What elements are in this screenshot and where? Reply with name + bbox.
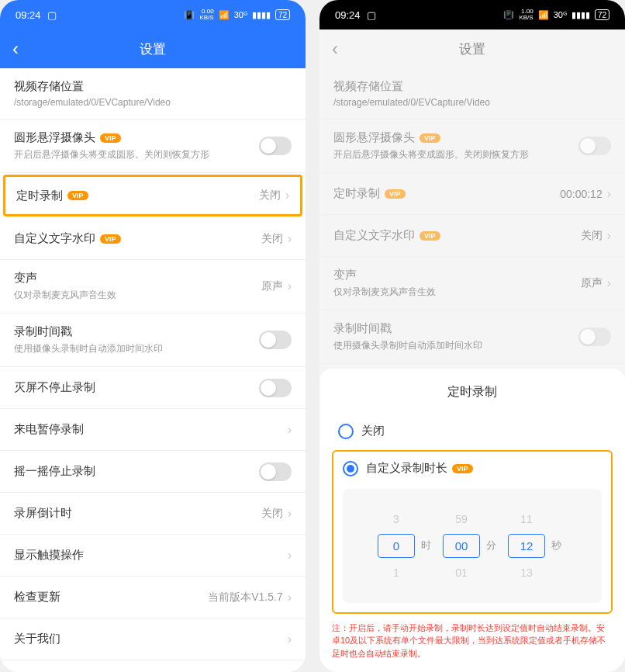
row-sub: /storage/emulated/0/EVCapture/Video (333, 97, 611, 108)
chevron-right-icon: › (288, 279, 292, 293)
row-voice[interactable]: 变声 仅对录制麦克风声音生效 原声 › (0, 260, 306, 313)
row-title: 定时录制 (16, 189, 63, 203)
unit-h: 时 (421, 539, 437, 552)
chevron-right-icon: › (288, 423, 292, 437)
vip-badge: VIP (100, 234, 121, 244)
page-title: 设置 (140, 40, 166, 58)
row-title: 自定义文字水印 (14, 231, 95, 246)
row-about[interactable]: 关于我们 › (0, 618, 306, 660)
row-title: 自定义文字水印 (333, 228, 415, 243)
row-title: 圆形悬浮摄像头 (333, 130, 415, 145)
row-title: 录制时间戳 (333, 321, 578, 336)
sheet-title: 定时录制 (332, 384, 613, 400)
chevron-right-icon: › (285, 189, 289, 203)
row-value: 关闭 (581, 229, 603, 243)
row-value: 00:00:12 (560, 188, 603, 200)
back-button[interactable]: ‹ (12, 38, 19, 60)
sheet-note: 注：开启后，请手动开始录制，录制时长达到设定值时自动结束录制。安卓10及以下系统… (332, 622, 613, 660)
header: ‹ 设置 (319, 29, 625, 68)
row-countdown[interactable]: 录屏倒计时 关闭 › (0, 493, 306, 535)
radio-off[interactable]: 关闭 (332, 416, 613, 447)
settings-list: 视频存储位置 /storage/emulated/0/EVCapture/Vid… (0, 68, 306, 672)
time-picker[interactable]: 3时 59分 11秒 0时 00分 12秒 1时 01分 13秒 (343, 489, 602, 603)
row-value: 关闭 (261, 507, 283, 521)
battery-icon: 72 (595, 9, 609, 20)
row-shake[interactable]: 摇一摇停止录制 (0, 451, 306, 493)
row-title: 关于我们 (14, 632, 288, 646)
row-screenoff[interactable]: 灭屏不停止录制 (0, 367, 306, 409)
header: ‹ 设置 (0, 29, 306, 68)
net-speed: 0.00 KB/S (199, 9, 213, 21)
chevron-right-icon: › (288, 232, 292, 246)
vip-badge: VIP (67, 191, 88, 200)
back-button[interactable]: ‹ (332, 38, 338, 60)
toggle-floatcam (578, 137, 611, 155)
row-storage[interactable]: 视频存储位置 /storage/emulated/0/EVCapture/Vid… (0, 68, 306, 120)
row-value: 当前版本V1.5.7 (208, 591, 282, 604)
row-sub: 使用摄像头录制时自动添加时间水印 (333, 339, 578, 352)
chevron-right-icon: › (288, 591, 292, 604)
vip-badge: VIP (100, 133, 121, 143)
vip-badge: VIP (385, 189, 406, 199)
chevron-right-icon: › (288, 632, 292, 646)
row-title: 定时录制 (333, 186, 380, 201)
timer-sheet: 定时录制 关闭 自定义录制时长VIP 3时 59分 11秒 0时 00分 (319, 369, 625, 673)
signal-icon: 30ᴳ (234, 10, 247, 20)
vip-badge: VIP (452, 464, 473, 473)
row-timer[interactable]: 定时录制VIP 关闭 › (3, 175, 302, 216)
toggle-floatcam[interactable] (259, 137, 292, 155)
row-sub: 开启后悬浮摄像头将变成圆形。关闭则恢复方形 (14, 148, 259, 161)
row-sub: 仅对录制麦克风声音生效 (333, 286, 581, 299)
row-value: 原声 (581, 276, 603, 290)
unit-m: 分 (486, 539, 502, 552)
vibrate-icon: 📳 (503, 10, 514, 20)
row-title: 灭屏不停止录制 (14, 380, 259, 395)
toggle-timestamp[interactable] (259, 331, 292, 349)
row-title: 圆形悬浮摄像头 (14, 130, 95, 145)
toggle-shake[interactable] (259, 462, 292, 481)
row-touches[interactable]: 显示触摸操作 › (0, 535, 306, 577)
wifi-icon: 📶 (538, 10, 549, 20)
row-sub: 开启后悬浮摄像头将变成圆形。关闭则恢复方形 (333, 148, 578, 161)
row-title: 视频存储位置 (333, 79, 611, 94)
chevron-right-icon: › (607, 187, 611, 201)
signal-icon: 30ᴳ (554, 10, 567, 20)
toggle-screenoff[interactable] (259, 379, 292, 397)
row-watermark[interactable]: 自定义文字水印VIP 关闭 › (0, 218, 306, 260)
chevron-right-icon: › (288, 549, 292, 563)
toggle-timestamp (578, 327, 611, 346)
row-value: 关闭 (259, 189, 281, 203)
row-title: 检查更新 (14, 590, 208, 604)
row-sub: /storage/emulated/0/EVCapture/Video (14, 97, 292, 108)
radio-custom[interactable]: 自定义录制时长VIP (343, 461, 602, 480)
vibrate-icon: 📳 (184, 10, 195, 20)
unit-s: 秒 (551, 539, 567, 552)
phone-left: 09:24 ▢ 📳 0.00 KB/S 📶 30ᴳ ▮▮▮▮ 72 ‹ 设置 视… (0, 0, 306, 672)
status-time: 09:24 (335, 9, 361, 21)
picker-m[interactable]: 00 (443, 534, 480, 558)
custom-duration-box: 自定义录制时长VIP 3时 59分 11秒 0时 00分 12秒 1时 01分 … (332, 450, 613, 614)
row-voice: 变声 仅对录制麦克风声音生效 原声 › (319, 257, 625, 310)
vip-badge: VIP (420, 231, 440, 241)
row-update[interactable]: 检查更新 当前版本V1.5.7 › (0, 577, 306, 618)
row-floatcam[interactable]: 圆形悬浮摄像头VIP 开启后悬浮摄像头将变成圆形。关闭则恢复方形 (0, 120, 306, 173)
row-title: 录屏倒计时 (14, 506, 261, 521)
row-title: 摇一摇停止录制 (14, 464, 259, 479)
row-incoming[interactable]: 来电暂停录制 › (0, 409, 306, 451)
row-timestamp: 录制时间戳 使用摄像头录制时自动添加时间水印 (319, 310, 625, 364)
picker-m-prev: 59 (443, 513, 480, 525)
picker-h[interactable]: 0 (378, 534, 415, 558)
picker-m-next: 01 (443, 566, 480, 579)
row-value: 关闭 (261, 232, 283, 246)
signal-bars-icon: ▮▮▮▮ (252, 10, 271, 20)
page-title: 设置 (459, 40, 485, 58)
chevron-right-icon: › (607, 229, 611, 243)
row-timestamp[interactable]: 录制时间戳 使用摄像头录制时自动添加时间水印 (0, 313, 306, 367)
picker-s[interactable]: 12 (508, 534, 545, 558)
picker-h-prev: 3 (378, 513, 415, 525)
radio-icon (338, 424, 354, 439)
status-bar: 09:24 ▢ 📳 1.00 KB/S 📶 30ᴳ ▮▮▮▮ 72 (319, 0, 625, 29)
status-time: 09:24 (16, 9, 41, 21)
row-sub: 仅对录制麦克风声音生效 (14, 289, 261, 302)
status-app-icon: ▢ (47, 9, 57, 21)
